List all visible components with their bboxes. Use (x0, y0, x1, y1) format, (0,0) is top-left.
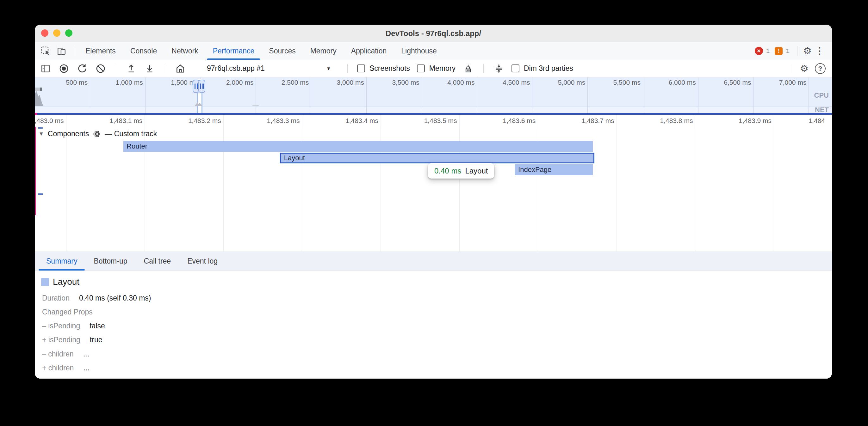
tab-application[interactable]: Application (344, 42, 394, 60)
overview-gridline (643, 77, 643, 113)
screenshots-checkbox[interactable]: Screenshots (357, 64, 410, 73)
tabstrip-right: × 1 ! 1 ⚙ ⋮ (755, 46, 832, 56)
overview-gridline (477, 77, 477, 113)
tab-sources[interactable]: Sources (261, 42, 303, 60)
tab-memory[interactable]: Memory (303, 42, 344, 60)
details-tab-summary[interactable]: Summary (38, 252, 85, 270)
overview-tick-label: 5,500 ms (613, 79, 641, 86)
help-icon[interactable]: ? (815, 63, 826, 74)
ruler-tick-label: 1,484 (808, 117, 825, 125)
summary-row-value: ... (83, 350, 89, 358)
overview-tick-label: 7,000 ms (779, 79, 806, 86)
overview-gridline (145, 77, 146, 113)
summary-row: – isPendingfalse (42, 321, 105, 331)
tab-performance[interactable]: Performance (206, 42, 262, 60)
details-tab-call-tree[interactable]: Call tree (136, 252, 179, 270)
tab-console[interactable]: Console (123, 42, 164, 60)
summary-title-row: Layout (41, 277, 80, 287)
timeline-overview[interactable]: CPU NET 500 ms1,000 ms1,500 ms2,000 ms2,… (35, 77, 832, 113)
target-select-value: 97r6ql.csb.app #1 (207, 64, 265, 73)
error-badge-icon[interactable]: × (755, 47, 763, 55)
tab-network[interactable]: Network (164, 42, 205, 60)
overview-tick-label: 4,000 ms (447, 79, 474, 86)
flame-bar-router[interactable]: Router (123, 141, 593, 152)
ruler-gridline (695, 115, 695, 127)
record-icon[interactable] (58, 63, 70, 74)
cpu-baseline (35, 106, 832, 106)
ruler-gridline (538, 115, 538, 127)
track-gridline (774, 127, 774, 252)
dim-3rd-parties-checkbox[interactable]: Dim 3rd parties (512, 64, 573, 73)
warning-badge-icon[interactable]: ! (775, 47, 783, 55)
performance-toolbar: 97r6ql.csb.app #1 ▼ Screenshots Memory (35, 60, 832, 77)
select-arrow-icon: ▼ (326, 66, 331, 71)
ruler-tick-label: 1,483.5 ms (424, 117, 457, 125)
inspect-element-icon[interactable] (40, 45, 51, 57)
ruler-tick-label: 1,483.2 ms (188, 117, 221, 125)
tooltip-duration: 0.40 ms (434, 167, 461, 175)
devtools-tabs: ElementsConsoleNetworkPerformanceSources… (78, 42, 444, 60)
device-toolbar-icon[interactable] (56, 45, 67, 57)
checkbox-icon (357, 64, 365, 72)
divider (791, 64, 791, 73)
ruler-tick-label: 1,483.7 ms (581, 117, 614, 125)
summary-row-label: + isPending (42, 336, 80, 344)
collapse-flame-icon[interactable] (493, 63, 504, 74)
overview-gridline (753, 77, 754, 113)
track-gridline (66, 127, 66, 252)
tab-lighthouse[interactable]: Lighthouse (394, 42, 444, 60)
detail-time-ruler: 1,483.0 ms1,483.1 ms1,483.2 ms1,483.3 ms… (35, 115, 832, 127)
cpu-activity-sparkline (35, 91, 44, 106)
ruler-tick-label: 1,483.4 ms (345, 117, 378, 125)
flame-bar-layout[interactable]: Layout (280, 153, 594, 163)
more-options-kebab-icon[interactable]: ⋮ (815, 46, 824, 56)
flame-bar-indexpage[interactable]: IndexPage (515, 164, 593, 175)
overview-gridline (587, 77, 588, 113)
settings-gear-icon[interactable]: ⚙ (803, 46, 812, 56)
scroll-indicator-dash (38, 127, 43, 129)
summary-row: Duration0.40 ms (self 0.30 ms) (42, 293, 151, 303)
overview-tick-label: 2,000 ms (226, 79, 253, 86)
track-gridline (617, 127, 617, 252)
error-count: 1 (766, 47, 770, 55)
summary-row: + children... (42, 363, 90, 373)
reload-record-icon[interactable] (76, 63, 88, 74)
overview-tick-label: 6,000 ms (669, 79, 695, 86)
ruler-gridline (66, 115, 66, 127)
details-tabbar: SummaryBottom-upCall treeEvent log (35, 252, 832, 271)
track-gridline (695, 127, 695, 252)
tab-elements[interactable]: Elements (78, 42, 123, 60)
divider (165, 64, 165, 73)
tooltip-label: Layout (465, 167, 488, 175)
track-header[interactable]: ▼ Components — Custom track (39, 130, 157, 138)
download-profile-icon[interactable] (144, 63, 155, 74)
ruler-gridline (380, 115, 381, 127)
warning-count: 1 (786, 47, 789, 55)
overview-gridline (532, 77, 532, 113)
flame-chart-track[interactable]: ▼ Components — Custom track RouterLayout… (35, 127, 832, 252)
tabstrip-left-icons (35, 45, 77, 57)
divider (116, 64, 116, 73)
target-select[interactable]: 97r6ql.csb.app #1 ▼ (193, 64, 338, 73)
selection-handle-right[interactable] (198, 79, 205, 93)
memory-checkbox[interactable]: Memory (417, 64, 456, 73)
clear-icon[interactable] (95, 63, 106, 74)
window-title: DevTools - 97r6ql.csb.app/ (35, 25, 832, 42)
home-icon[interactable] (175, 63, 186, 74)
capture-settings-gear-icon[interactable]: ⚙ (800, 64, 809, 73)
details-tab-bottom-up[interactable]: Bottom-up (85, 252, 135, 270)
toggle-sidebar-icon[interactable] (40, 63, 51, 74)
overview-tick-label: 3,500 ms (392, 79, 419, 86)
overview-tick-label: 1,000 ms (116, 79, 143, 86)
garbage-collect-brush-icon[interactable] (462, 63, 474, 74)
summary-row-label: Duration (42, 294, 70, 302)
screenshot-strip-fragment (35, 88, 42, 91)
overview-tick-label: 4,500 ms (503, 79, 530, 86)
ruler-tick-label: 1,483.1 ms (110, 117, 142, 125)
upload-profile-icon[interactable] (126, 63, 137, 74)
activity-bump (252, 105, 259, 106)
collapse-triangle-icon[interactable]: ▼ (39, 131, 44, 137)
ruler-gridline (459, 115, 460, 127)
details-tab-event-log[interactable]: Event log (179, 252, 226, 270)
ruler-tick-label: 1,483.8 ms (660, 117, 693, 125)
